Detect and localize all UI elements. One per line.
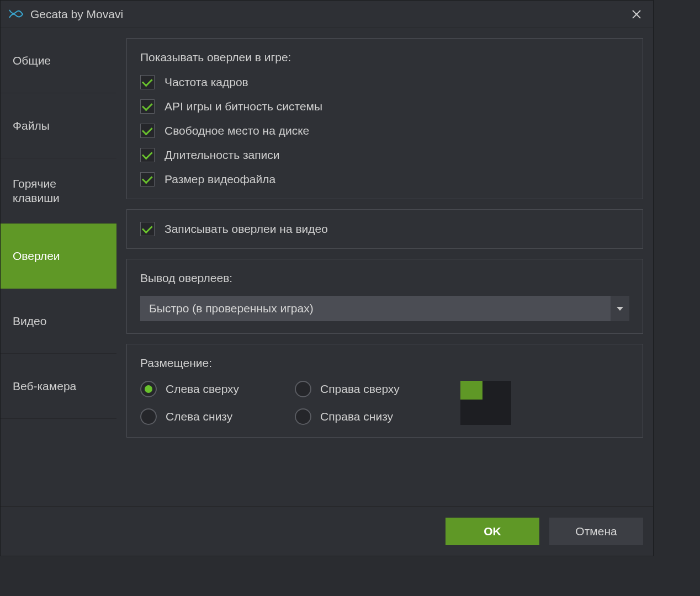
cancel-button[interactable]: Отмена: [549, 518, 643, 545]
radio-icon: [140, 381, 157, 397]
check-file-size[interactable]: Размер видеофайла: [140, 172, 629, 187]
panel-show-overlays: Показывать оверлеи в игре: Частота кадро…: [126, 38, 643, 199]
sidebar-item-hotkeys[interactable]: Горячие клавиши: [1, 158, 116, 223]
radio-bottom-left[interactable]: Слева снизу: [140, 408, 278, 425]
radio-label: Справа сверху: [320, 382, 400, 396]
titlebar: Gecata by Movavi: [1, 1, 653, 28]
checkbox-icon: [140, 222, 155, 236]
radio-top-right[interactable]: Справа сверху: [295, 381, 433, 397]
button-label: OK: [484, 525, 501, 538]
check-api-bitness[interactable]: API игры и битность системы: [140, 99, 629, 114]
checkbox-icon: [140, 124, 155, 138]
show-overlays-title: Показывать оверлеи в игре:: [140, 51, 629, 64]
check-label: Частота кадров: [165, 76, 248, 89]
sidebar-item-general[interactable]: Общие: [1, 28, 116, 93]
placement-title: Размещение:: [140, 356, 629, 370]
check-label: Записывать оверлеи на видео: [165, 222, 328, 236]
sidebar-item-video[interactable]: Видео: [1, 289, 116, 354]
check-free-space[interactable]: Свободное место на диске: [140, 124, 629, 138]
footer: OK Отмена: [1, 506, 653, 556]
checkbox-icon: [140, 99, 155, 114]
button-label: Отмена: [575, 525, 617, 538]
check-record-overlays[interactable]: Записывать оверлеи на видео: [140, 222, 629, 236]
sidebar-item-files[interactable]: Файлы: [1, 93, 116, 158]
check-label: Длительность записи: [165, 148, 280, 162]
chevron-down-icon: [611, 296, 629, 321]
sidebar-item-label: Видео: [13, 315, 46, 328]
close-button[interactable]: [628, 6, 645, 23]
radio-label: Слева сверху: [166, 382, 239, 396]
check-rec-duration[interactable]: Длительность записи: [140, 148, 629, 162]
sidebar-item-label: Общие: [13, 54, 51, 67]
overlay-output-title: Вывод оверлеев:: [140, 272, 629, 285]
checkbox-icon: [140, 148, 155, 162]
checkbox-icon: [140, 75, 155, 89]
sidebar-item-label: Оверлеи: [13, 249, 60, 263]
ok-button[interactable]: OK: [446, 518, 539, 545]
placement-controls: Слева сверху Справа сверху Слева снизу: [140, 381, 629, 425]
placement-radio-grid: Слева сверху Справа сверху Слева снизу: [140, 381, 433, 425]
radio-label: Справа снизу: [320, 410, 393, 423]
sidebar-item-overlays[interactable]: Оверлеи: [1, 223, 116, 289]
radio-bottom-right[interactable]: Справа снизу: [295, 408, 433, 425]
radio-icon: [295, 381, 311, 397]
window-title: Gecata by Movavi: [30, 8, 628, 21]
sidebar-item-webcam[interactable]: Веб-камера: [1, 354, 116, 419]
dropdown-value: Быстро (в проверенных играх): [149, 302, 314, 315]
sidebar-item-label: Файлы: [13, 119, 50, 132]
checkbox-icon: [140, 172, 155, 187]
check-label: Свободное место на диске: [165, 124, 309, 137]
panel-record-overlays: Записывать оверлеи на видео: [126, 209, 643, 249]
radio-label: Слева снизу: [166, 410, 232, 423]
check-label: API игры и битность системы: [165, 100, 322, 113]
overlay-output-dropdown[interactable]: Быстро (в проверенных играх): [140, 296, 629, 321]
panel-overlay-output: Вывод оверлеев: Быстро (в проверенных иг…: [126, 259, 643, 334]
app-logo-icon: [8, 9, 24, 20]
check-framerate[interactable]: Частота кадров: [140, 75, 629, 89]
sidebar-item-label: Веб-камера: [13, 380, 76, 393]
radio-icon: [140, 408, 157, 425]
check-label: Размер видеофайла: [165, 173, 275, 186]
radio-icon: [295, 408, 311, 425]
content: Показывать оверлеи в игре: Частота кадро…: [116, 28, 653, 506]
placement-preview-corner: [460, 381, 482, 400]
radio-top-left[interactable]: Слева сверху: [140, 381, 278, 397]
placement-preview: [460, 381, 511, 425]
body: Общие Файлы Горячие клавиши Оверлеи Виде…: [1, 28, 653, 506]
panel-placement: Размещение: Слева сверху Справа сверху: [126, 344, 643, 438]
sidebar-item-label: Горячие клавиши: [13, 177, 104, 204]
settings-window: Gecata by Movavi Общие Файлы Горячие кла…: [0, 0, 654, 556]
sidebar: Общие Файлы Горячие клавиши Оверлеи Виде…: [1, 28, 116, 506]
